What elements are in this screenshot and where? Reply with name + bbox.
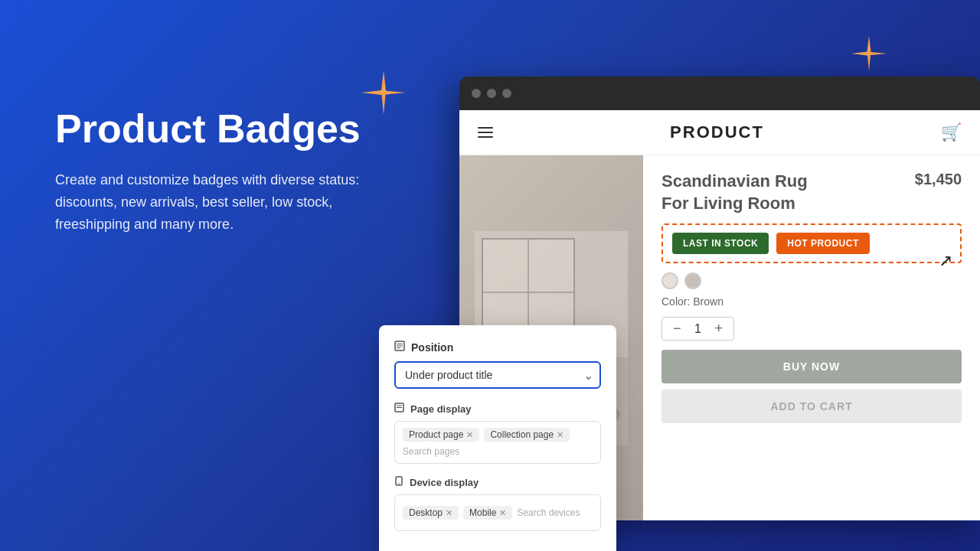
remove-mobile-tag[interactable]: ✕ <box>499 508 506 518</box>
device-display-header: Device display <box>394 476 601 488</box>
position-select-wrapper: Under product title Above product title … <box>394 361 601 389</box>
left-section: Product Badges Create and customize badg… <box>55 107 384 236</box>
add-to-cart-button[interactable]: ADD TO CART <box>662 390 962 423</box>
browser-topbar <box>459 77 980 110</box>
badge-last-in-stock: LAST IN STOCK <box>672 233 769 254</box>
store-nav-title: PRODUCT <box>670 122 764 142</box>
badge-hot-product: HOT PRODUCT <box>776 233 870 254</box>
hamburger-menu-icon[interactable] <box>478 127 493 138</box>
swatch-dark[interactable] <box>684 272 701 289</box>
badge-area: LAST IN STOCK HOT PRODUCT ↗ <box>662 223 962 263</box>
device-display-icon <box>394 476 403 488</box>
color-label: Color: Brown <box>662 295 962 308</box>
settings-panel: Position Under product title Above produ… <box>379 325 616 551</box>
device-display-label: Device display <box>410 477 479 488</box>
qty-value: 1 <box>691 322 706 336</box>
product-price: $1,450 <box>915 171 962 188</box>
page-title: Product Badges <box>55 107 384 151</box>
position-select[interactable]: Under product title Above product title … <box>394 361 601 389</box>
swatch-light[interactable] <box>662 272 678 289</box>
device-search-placeholder: Search devices <box>517 507 580 518</box>
page-search-placeholder: Search pages <box>403 446 459 457</box>
position-section-header: Position <box>394 341 601 354</box>
page-tag-product: Product page ✕ <box>403 428 479 442</box>
remove-desktop-tag[interactable]: ✕ <box>446 508 452 518</box>
page-display-header: Page display <box>394 403 601 415</box>
browser-dot-2 <box>487 89 496 98</box>
remove-collection-page-tag[interactable]: ✕ <box>557 430 564 440</box>
browser-dot-3 <box>502 89 511 98</box>
buy-now-button[interactable]: BUY NOW <box>662 350 962 383</box>
cart-icon[interactable]: 🛒 <box>941 122 962 142</box>
remove-product-page-tag[interactable]: ✕ <box>466 430 473 440</box>
qty-increase-button[interactable]: + <box>715 321 724 337</box>
page-display-tags-input[interactable]: Product page ✕ Collection page ✕ Search … <box>394 421 601 464</box>
store-nav: PRODUCT 🛒 <box>459 110 980 155</box>
product-details: Scandinavian Rug For Living Room $1,450 … <box>643 155 980 520</box>
page-display-label: Page display <box>410 403 471 415</box>
page-tag-collection: Collection page ✕ <box>484 428 570 442</box>
device-display-tags-input[interactable]: Desktop ✕ Mobile ✕ Search devices <box>394 494 601 531</box>
device-tag-mobile: Mobile ✕ <box>463 506 512 520</box>
quantity-control[interactable]: − 1 + <box>662 317 734 341</box>
color-swatches <box>662 272 962 289</box>
page-description: Create and customize badges with diverse… <box>55 169 384 235</box>
browser-dot-1 <box>472 89 481 98</box>
qty-decrease-button[interactable]: − <box>673 321 681 337</box>
sparkle-top-right-icon <box>850 34 888 73</box>
position-icon <box>394 341 405 354</box>
cursor-icon: ↗ <box>939 251 952 271</box>
position-label: Position <box>411 341 453 354</box>
device-tag-desktop: Desktop ✕ <box>403 506 459 520</box>
page-display-icon <box>394 403 404 415</box>
